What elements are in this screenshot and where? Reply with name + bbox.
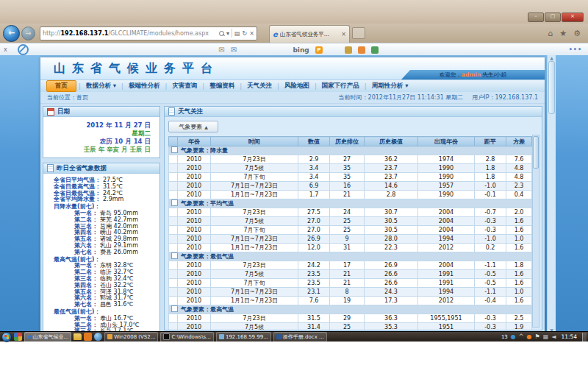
mail2-icon[interactable]: ✉ xyxy=(231,46,237,54)
browser-tab[interactable]: e 山东省气候业务平... × xyxy=(269,25,350,43)
table-scrollbar[interactable] xyxy=(532,135,539,328)
cell: -1.1 xyxy=(475,288,506,297)
taskbar-button-vm[interactable]: Win2008 (VS2... xyxy=(104,332,158,342)
stop-icon[interactable]: × xyxy=(249,30,254,37)
cell: 1991 xyxy=(418,279,475,288)
cell: 1.7 xyxy=(298,191,330,199)
nav-item-4[interactable]: 整编资料 xyxy=(204,82,240,91)
taskbar-button-rdp[interactable]: 192.168.59.99... xyxy=(216,332,271,342)
scroll-up-icon[interactable]: ▲ xyxy=(548,55,556,60)
table-row: 20101月1日~7月23日1.7212.81990-0.10.4 xyxy=(169,191,532,199)
cell: 2010 xyxy=(178,270,211,279)
cell: 22.3 xyxy=(365,244,418,252)
cell: 1951 xyxy=(418,323,475,330)
tools-gear-icon[interactable]: ⚙ xyxy=(573,29,581,38)
taskbar-clock[interactable]: 11:54 xyxy=(561,333,577,340)
cell: 7.6 xyxy=(506,155,532,164)
compatibility-icon[interactable]: ▤ xyxy=(234,30,240,37)
cell: 1991 xyxy=(418,270,475,279)
network-icon[interactable]: ▦ xyxy=(543,334,549,340)
minimize-button[interactable]: – xyxy=(528,13,544,22)
search-icon[interactable] xyxy=(219,31,224,36)
quick-launch-icon[interactable] xyxy=(14,333,22,341)
address-bar[interactable]: http://192.168.137.1/GLCCLIMATE/modules/… xyxy=(40,26,257,40)
nav-item-1[interactable]: 数据分析 ▾ xyxy=(81,82,121,91)
mail-icon[interactable]: ✉ xyxy=(219,46,225,54)
nav-item-2[interactable]: 极端性分析 xyxy=(123,82,165,91)
more-options-icon[interactable]: ••• xyxy=(569,46,582,53)
new-tab-button[interactable] xyxy=(352,27,365,39)
element-filter-button[interactable]: 气象要素 ▲ xyxy=(168,121,218,132)
cell: 2.8 xyxy=(365,191,418,199)
table-row: 20101月1日~7月23日7.61917.32012-0.41.6 xyxy=(169,297,532,305)
volume-icon[interactable]: ◄ xyxy=(551,334,556,340)
group-checkbox[interactable] xyxy=(171,146,178,153)
row-gutter xyxy=(169,323,178,330)
forward-button[interactable]: → xyxy=(21,26,35,40)
browser-scrollbar[interactable]: ▲ ▼ xyxy=(547,55,556,333)
firefox-icon[interactable]: ● xyxy=(527,334,532,340)
action-center-flag-icon[interactable]: ⚑ xyxy=(534,334,539,340)
rank-label: 第七名： xyxy=(74,302,98,308)
group-checkbox[interactable] xyxy=(171,252,178,259)
cell: 1.8 xyxy=(506,261,532,270)
close-button[interactable]: × xyxy=(562,13,584,22)
cell: 35 xyxy=(330,173,365,182)
header-row: 年份时间数值历史排位历史极值出现年份距平方差 xyxy=(169,137,532,146)
site-container: 山东省气候业务平台 欢迎您，admin 先生/小姐 首页|数据分析 ▾|极端性分… xyxy=(40,57,545,333)
table-scrollbar-thumb[interactable] xyxy=(533,136,539,169)
cell: 7月1日~7月23日 xyxy=(211,235,298,244)
show-desktop-button[interactable] xyxy=(582,333,587,342)
nav-item-0[interactable]: 首页 xyxy=(46,80,76,92)
globe-icon[interactable]: ● xyxy=(511,334,516,340)
paw-icon[interactable] xyxy=(358,46,365,54)
weather-panel-body: 全省日平均气温：27.5℃全省日最高气温：31.5℃全省日最低气温：24.2℃全… xyxy=(43,174,159,333)
app-orange-icon[interactable] xyxy=(84,333,92,341)
nav-item-3[interactable]: 灾害查询 xyxy=(167,82,202,91)
refresh-icon[interactable]: ↻ xyxy=(243,30,248,37)
puzzle-icon[interactable] xyxy=(371,46,379,54)
back-button[interactable]: ← xyxy=(3,25,20,42)
bing-logo[interactable]: bing xyxy=(293,46,309,54)
start-button[interactable] xyxy=(1,332,12,342)
nav-item-6[interactable]: 风险地图 xyxy=(279,82,315,91)
wallet-icon[interactable] xyxy=(345,46,352,54)
taskbar-button-cmd[interactable]: C:\Windows\s... xyxy=(160,332,214,342)
cell: -1.0 xyxy=(475,182,506,191)
cell: -0.3 xyxy=(475,323,506,330)
dropdown-icon[interactable]: ▾ xyxy=(226,30,229,37)
cell: 19 xyxy=(330,297,365,305)
cell: 2010 xyxy=(178,314,211,323)
group-cell: 气象要素：最低气温 xyxy=(169,252,532,261)
tab-close-icon[interactable]: × xyxy=(341,31,346,38)
group-cell: 气象要素：平均气温 xyxy=(169,199,532,208)
taskbar-ie-button[interactable]: e 山东省气候业... xyxy=(24,332,71,342)
explorer-folder-icon[interactable] xyxy=(74,333,82,340)
nav-item-5[interactable]: 天气关注 xyxy=(242,82,277,91)
cell: 4.8 xyxy=(506,173,532,182)
app-blue-icon[interactable] xyxy=(94,333,102,341)
nav-item-7[interactable]: 国家下行产品 xyxy=(317,82,365,91)
show-hidden-icons[interactable]: ^ xyxy=(519,334,524,340)
taskbar-button-word[interactable]: 操作手册.docx ... xyxy=(273,332,327,342)
home-icon[interactable]: ⌂ xyxy=(548,29,553,38)
cell: 1月1日~7月23日 xyxy=(211,297,298,305)
climate-table: 年份时间数值历史排位历史极值出现年份距平方差 气象要素：降水量20107月23日… xyxy=(168,136,532,330)
maximize-button[interactable]: ▢ xyxy=(545,13,561,22)
toolbar-close-icon[interactable]: x xyxy=(4,46,7,53)
bing-badge-icon[interactable]: P xyxy=(315,46,323,54)
date-panel-header: 日期 xyxy=(43,107,159,117)
status-ip: 用户IP：192.168.137.1 xyxy=(472,93,538,102)
window-controls: – ▢ × xyxy=(528,13,584,22)
cell: 0.4 xyxy=(506,191,532,199)
group-checkbox[interactable] xyxy=(171,199,178,206)
cell: 1990 xyxy=(418,191,475,199)
browser-scrollbar-thumb[interactable] xyxy=(548,61,555,114)
blocked-icon[interactable] xyxy=(18,44,29,55)
table-head: 年份时间数值历史排位历史极值出现年份距平方差 xyxy=(169,137,532,146)
group-checkbox[interactable] xyxy=(171,305,178,312)
nav-item-8[interactable]: 周期性分析 ▾ xyxy=(367,82,414,91)
favorites-star-icon[interactable]: ★ xyxy=(559,29,567,38)
group-row: 气象要素：降水量 xyxy=(169,146,532,155)
bottom-margin xyxy=(0,342,588,368)
